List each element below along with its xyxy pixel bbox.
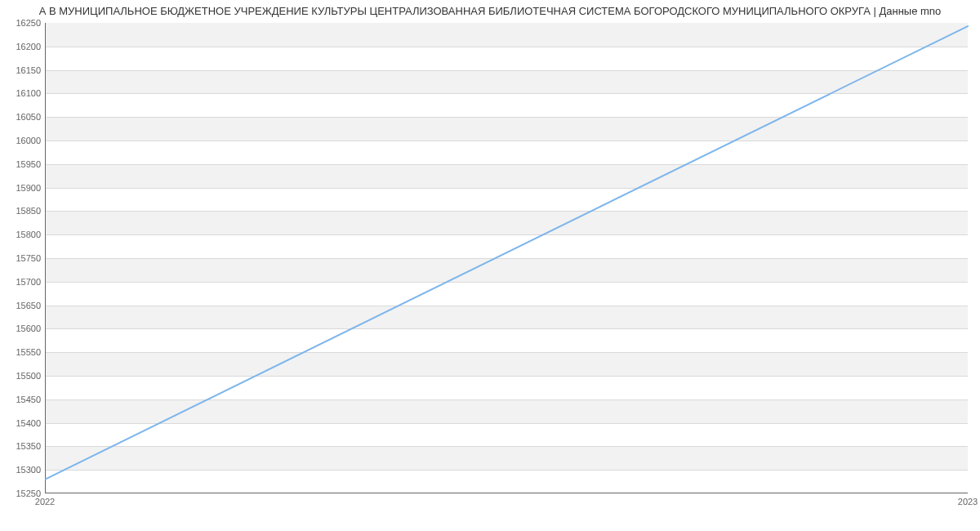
y-tick-label: 15750 xyxy=(4,253,41,263)
y-tick-label: 15950 xyxy=(4,159,41,169)
y-tick-label: 15450 xyxy=(4,395,41,404)
chart-container: А В МУНИЦИПАЛЬНОЕ БЮДЖЕТНОЕ УЧРЕЖДЕНИЕ К… xyxy=(0,0,980,531)
y-tick-label: 15800 xyxy=(4,230,41,239)
chart-title: А В МУНИЦИПАЛЬНОЕ БЮДЖЕТНОЕ УЧРЕЖДЕНИЕ К… xyxy=(0,5,980,17)
x-tick-label: 2022 xyxy=(35,497,55,506)
y-tick-label: 16250 xyxy=(4,18,41,28)
y-tick-label: 15850 xyxy=(4,206,41,216)
y-tick-label: 16150 xyxy=(4,65,41,75)
y-tick-label: 15500 xyxy=(4,371,41,381)
y-tick-label: 15700 xyxy=(4,277,41,287)
y-tick-label: 15650 xyxy=(4,301,41,310)
y-tick-label: 16100 xyxy=(4,88,41,98)
y-tick-label: 15400 xyxy=(4,418,41,428)
x-tick-label: 2023 xyxy=(958,497,978,506)
y-tick-label: 16200 xyxy=(4,42,41,51)
y-tick-label: 15350 xyxy=(4,441,41,451)
y-tick-label: 15550 xyxy=(4,347,41,357)
line-series xyxy=(46,23,968,493)
y-tick-label: 16000 xyxy=(4,136,41,145)
y-tick-label: 15900 xyxy=(4,183,41,193)
plot-area xyxy=(45,23,968,493)
y-tick-label: 15300 xyxy=(4,465,41,475)
y-tick-label: 15600 xyxy=(4,324,41,333)
y-tick-label: 16050 xyxy=(4,112,41,122)
